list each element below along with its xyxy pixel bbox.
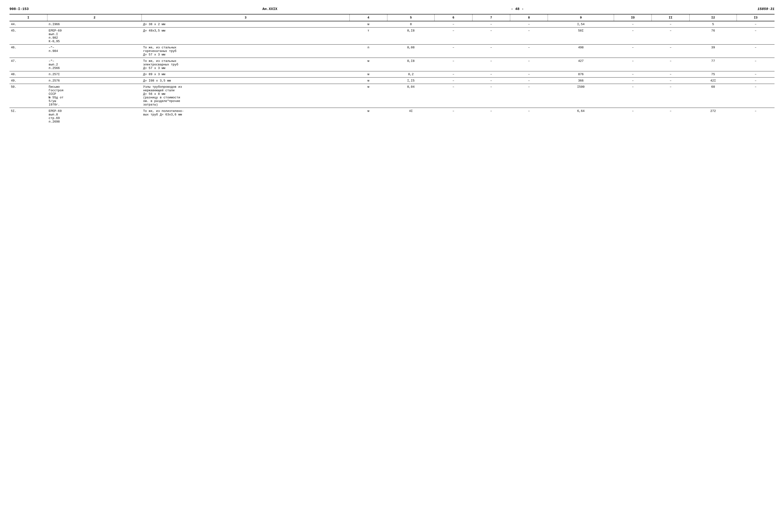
cell-2-10: – — [614, 45, 652, 58]
appendix-number: Ан.XXIX — [262, 7, 277, 11]
cell-6-7: – — [472, 84, 510, 108]
cell-3-1: 47. — [9, 58, 47, 72]
cell-3-5: 0,I8 — [387, 58, 435, 72]
cell-3-13: – — [736, 58, 775, 72]
cell-4-8: – — [510, 72, 548, 78]
cell-7-1: 5I. — [9, 108, 47, 125]
cell-5-6: – — [435, 78, 472, 84]
col-header-9: 9 — [548, 14, 614, 21]
cell-2-9: 498 — [548, 45, 614, 58]
cell-6-2: ПисьмоГосстрояСССР№ 55д от5/уш1970г. — [47, 84, 142, 108]
cell-4-6: – — [435, 72, 472, 78]
cell-3-10: – — [614, 58, 652, 72]
col-header-6: 6 — [435, 14, 472, 21]
cell-5-1: 49. — [9, 78, 47, 84]
cell-3-6: – — [435, 58, 472, 72]
cell-3-4: м — [349, 58, 387, 72]
table-row: 5I.ЕРЕР-69вып.8стр.69п.2698То же, из пол… — [9, 108, 775, 125]
cell-3-7: – — [472, 58, 510, 72]
cell-6-3: Узлы трубопроводов изнержавеющей сталиД=… — [142, 84, 349, 108]
cell-5-12: 42I — [690, 78, 736, 84]
cell-7-11: – — [652, 108, 690, 125]
cell-2-1: 46. — [9, 45, 47, 58]
main-table: I 2 3 4 5 6 7 8 9 IO II I2 I3 44.п.I966Д… — [9, 14, 775, 125]
cell-0-10: – — [614, 21, 652, 28]
cell-5-11: – — [652, 78, 690, 84]
cell-1-1: 45. — [9, 28, 47, 45]
cell-4-1: 48. — [9, 72, 47, 78]
cell-0-5: 8 — [387, 21, 435, 28]
cell-2-2: –"–п.984 — [47, 45, 142, 58]
col-header-2: 2 — [47, 14, 142, 21]
cell-7-10: – — [614, 108, 652, 125]
cell-6-9: I500 — [548, 84, 614, 108]
cell-2-11: – — [652, 45, 690, 58]
cell-3-11: – — [652, 58, 690, 72]
cell-4-10: – — [614, 72, 652, 78]
page-header: 908-I-153 Ан.XXIX - 48 - 15859·31 — [9, 7, 775, 11]
cell-4-5: 0,2 — [387, 72, 435, 78]
cell-6-4: м — [349, 84, 387, 108]
cell-0-3: Д= 38 х 2 мм — [142, 21, 349, 28]
table-row: 50.ПисьмоГосстрояСССР№ 55д от5/уш1970г.У… — [9, 84, 775, 108]
table-row: 48.п.257IД= 89 х 3 ммм0,2–––876––75– — [9, 72, 775, 78]
cell-1-13: – — [736, 28, 775, 45]
cell-3-9: 427 — [548, 58, 614, 72]
cell-1-7: – — [472, 28, 510, 45]
col-header-3: 3 — [142, 14, 349, 21]
cell-0-13: – — [736, 21, 775, 28]
cell-0-4: м — [349, 21, 387, 28]
cell-3-3: То же, из стальныхэлектросварных трубД= … — [142, 58, 349, 72]
cell-1-11: – — [652, 28, 690, 45]
table-row: 45.ЕРЕР-69вып.Iп.982К-0,95Д= 48х3,5 ммт0… — [9, 28, 775, 45]
cell-5-4: м — [349, 78, 387, 84]
cell-0-9: I,54 — [548, 21, 614, 28]
cell-5-8: – — [510, 78, 548, 84]
cell-2-7: – — [472, 45, 510, 58]
page-number: - 48 - — [511, 7, 524, 11]
cell-0-2: п.I966 — [47, 21, 142, 28]
doc-number: 908-I-153 — [9, 7, 29, 11]
cell-3-8: – — [510, 58, 548, 72]
cell-5-3: Д= I08 х 3,5 мм — [142, 78, 349, 84]
cell-1-8: – — [510, 28, 548, 45]
table-row: 46.–"–п.984То же, из стальныхгорячекатан… — [9, 45, 775, 58]
cell-7-13: – — [736, 108, 775, 125]
cell-4-4: м — [349, 72, 387, 78]
cell-7-9: 6,64 — [548, 108, 614, 125]
cell-1-5: 0,I8 — [387, 28, 435, 45]
col-header-11: II — [652, 14, 690, 21]
table-row: 49.п.2576Д= I08 х 3,5 мммI,I5–––366––42I… — [9, 78, 775, 84]
cell-6-6: – — [435, 84, 472, 108]
cell-1-3: Д= 48х3,5 мм — [142, 28, 349, 45]
cell-4-3: Д= 89 х 3 мм — [142, 72, 349, 78]
cell-6-8: – — [510, 84, 548, 108]
cell-5-13: – — [736, 78, 775, 84]
col-header-13: I3 — [736, 14, 775, 21]
col-header-12: I2 — [690, 14, 736, 21]
cell-5-2: п.2576 — [47, 78, 142, 84]
cell-4-7: – — [472, 72, 510, 78]
cell-6-5: 0,04 — [387, 84, 435, 108]
cell-2-6: – — [435, 45, 472, 58]
cell-2-4: п — [349, 45, 387, 58]
cell-5-10: – — [614, 78, 652, 84]
cell-6-12: 60 — [690, 84, 736, 108]
cell-6-10: – — [614, 84, 652, 108]
cell-1-4: т — [349, 28, 387, 45]
cell-0-6: – — [435, 21, 472, 28]
cell-1-10: – — [614, 28, 652, 45]
cell-6-11: – — [652, 84, 690, 108]
cell-2-5: 0,08 — [387, 45, 435, 58]
cell-3-12: 77 — [690, 58, 736, 72]
cell-7-6: – — [435, 108, 472, 125]
cell-2-12: 39 — [690, 45, 736, 58]
col-header-7: 7 — [472, 14, 510, 21]
cell-7-12: 272 — [690, 108, 736, 125]
cell-7-3: То же, из полиэтилено-вых труб Д= 63х3,6… — [142, 108, 349, 125]
cell-1-12: 76 — [690, 28, 736, 45]
col-header-10: IO — [614, 14, 652, 21]
col-header-8: 8 — [510, 14, 548, 21]
cell-1-6: – — [435, 28, 472, 45]
cell-4-9: 876 — [548, 72, 614, 78]
